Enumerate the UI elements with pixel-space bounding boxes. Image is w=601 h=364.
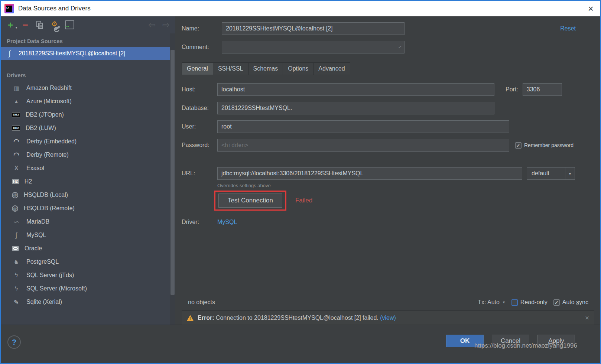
object-statusbar: no objects Tx: Auto ▼ Read-only Auto s xyxy=(182,294,594,311)
scrollbar-thumb[interactable] xyxy=(170,50,175,295)
driver-item-hsqldb-remote[interactable]: @ HSQLDB (Remote) xyxy=(1,202,170,215)
apply-button[interactable]: Apply xyxy=(537,335,575,347)
driver-item-amazon-redshift[interactable]: ▥ Amazon Redshift xyxy=(1,81,170,95)
reset-link[interactable]: Reset xyxy=(560,25,576,32)
duplicate-datasource-button[interactable] xyxy=(36,20,45,30)
driver-item-hsqldb-local[interactable]: @ HSQLDB (Local) xyxy=(1,188,170,202)
tab-advanced[interactable]: Advanced xyxy=(313,62,350,75)
tx-mode-value: Tx: Auto xyxy=(478,299,500,306)
mariadb-icon: ∽ xyxy=(12,217,21,226)
warning-icon xyxy=(187,315,194,321)
hsqldb-icon: @ xyxy=(12,192,18,198)
window-close-button[interactable]: × xyxy=(588,4,594,13)
url-preset-dropdown[interactable]: default ▼ xyxy=(527,167,575,180)
list-divider xyxy=(7,66,166,66)
hsqldb-icon: @ xyxy=(12,205,18,212)
user-label: User: xyxy=(182,123,217,130)
settings-panel: Reset Name: Comment: ↕ General SSH/SSL xyxy=(175,16,600,325)
datasource-item-selected[interactable]: ʃ 20181229SSHtestMYSQL@localhost [2] xyxy=(1,47,170,60)
tx-mode-dropdown[interactable]: Tx: Auto ▼ xyxy=(478,299,506,306)
remember-password-label: Remember password xyxy=(524,142,574,148)
dialog-body: + ▾ − ⚙ → ⇦ ⇨ xyxy=(1,16,600,325)
titlebar: Data Sources and Drivers × xyxy=(1,1,600,16)
ok-button[interactable]: OK xyxy=(446,335,484,347)
help-button[interactable]: ? xyxy=(7,335,21,349)
url-preset-value: default xyxy=(527,170,565,177)
dialog-title: Data Sources and Drivers xyxy=(18,5,91,12)
redshift-icon: ▥ xyxy=(12,85,21,92)
dialog-footer: ? OK Cancel Apply https://blog.csdn.net/… xyxy=(1,325,600,363)
project-data-sources-header: Project Data Sources xyxy=(1,33,170,47)
driver-item-exasol[interactable]: X Exasol xyxy=(1,162,170,175)
tab-ssh-ssl[interactable]: SSH/SSL xyxy=(213,62,248,75)
driver-item-sql-server-microsoft[interactable]: ϟ SQL Server (Microsoft) xyxy=(1,282,170,295)
postgresql-icon: ♞ xyxy=(12,259,21,266)
import-datasource-button[interactable]: → xyxy=(65,20,74,29)
sqlserver-icon: ϟ xyxy=(12,272,21,279)
no-objects-text: no objects xyxy=(188,299,215,306)
driver-item-sqlite-xerial[interactable]: ✎ Sqlite (Xerial) xyxy=(1,295,170,309)
chevron-down-icon: ▾ xyxy=(16,26,17,29)
datasource-label: 20181229SSHtestMYSQL@localhost [2] xyxy=(19,50,126,57)
db2-icon: DB2 xyxy=(12,112,20,117)
database-label: Database: xyxy=(182,105,217,111)
sidebar-scrollbar[interactable] xyxy=(170,33,175,325)
port-input[interactable] xyxy=(523,83,562,96)
driver-item-h2[interactable]: H2 H2 xyxy=(1,175,170,188)
driver-item-sql-server-jtds[interactable]: ϟ SQL Server (jTds) xyxy=(1,269,170,282)
name-input[interactable] xyxy=(222,22,405,35)
view-error-link[interactable]: (view) xyxy=(380,315,396,321)
driver-link[interactable]: MySQL xyxy=(217,219,237,225)
driver-item-db2-luw[interactable]: DB2 DB2 (LUW) xyxy=(1,121,170,135)
back-arrow-icon[interactable]: ⇦ xyxy=(148,20,156,30)
mysql-icon: ʃ xyxy=(5,49,14,58)
add-datasource-button[interactable]: + ▾ xyxy=(6,20,15,30)
read-only-label: Read-only xyxy=(520,299,548,306)
port-label: Port: xyxy=(506,86,518,93)
driver-item-mariadb[interactable]: ∽ MariaDB xyxy=(1,215,170,228)
password-label: Password: xyxy=(182,142,217,149)
host-input[interactable] xyxy=(217,83,494,96)
chevron-down-icon: ▼ xyxy=(502,300,506,304)
test-connection-button[interactable]: Test Connection xyxy=(218,194,282,208)
drivers-list: ▥ Amazon Redshift ▲ Azure (Microsoft) DB… xyxy=(1,81,170,309)
driver-item-azure-microsoft[interactable]: ▲ Azure (Microsoft) xyxy=(1,95,170,108)
read-only-checkbox[interactable] xyxy=(511,299,518,306)
url-input[interactable] xyxy=(217,167,522,180)
error-message: Error: Connection to 20181229SSHtestMYSQ… xyxy=(198,315,396,321)
driver-label: Driver: xyxy=(182,219,217,225)
intellij-logo-icon xyxy=(4,4,14,13)
driver-item-derby-embedded[interactable]: ◠ Derby (Embedded) xyxy=(1,135,170,148)
chevron-down-icon: ▼ xyxy=(565,168,575,179)
tab-options[interactable]: Options xyxy=(283,62,313,75)
db2-icon: DB2 xyxy=(12,126,20,131)
driver-item-oracle[interactable]: Oracle xyxy=(1,242,170,255)
plus-icon: + xyxy=(8,20,13,30)
comment-input[interactable] xyxy=(222,41,405,53)
remember-password-checkbox[interactable] xyxy=(515,142,522,149)
password-input[interactable] xyxy=(217,139,509,152)
tab-general[interactable]: General xyxy=(182,62,213,75)
driver-settings-button[interactable]: ⚙ xyxy=(51,20,59,30)
host-label: Host: xyxy=(182,86,217,93)
sqlserver-icon: ϟ xyxy=(12,285,21,292)
azure-icon: ▲ xyxy=(12,98,21,104)
h2-icon: H2 xyxy=(12,179,19,184)
remove-datasource-button[interactable]: − xyxy=(21,20,30,30)
driver-item-mysql[interactable]: ʃ MySQL xyxy=(1,228,170,242)
database-input[interactable] xyxy=(217,102,494,114)
auto-sync-label: Auto sync xyxy=(562,299,588,306)
drivers-header: Drivers xyxy=(1,68,170,81)
forward-arrow-icon[interactable]: ⇨ xyxy=(162,20,170,30)
tab-schemas[interactable]: Schemas xyxy=(248,62,283,75)
cancel-button[interactable]: Cancel xyxy=(492,335,529,347)
red-highlight-annotation: Test Connection xyxy=(214,191,286,211)
sidebar: + ▾ − ⚙ → ⇦ ⇨ xyxy=(1,16,175,325)
user-input[interactable] xyxy=(217,120,509,133)
derby-icon: ◠ xyxy=(12,137,21,146)
dismiss-error-icon[interactable]: × xyxy=(585,314,589,322)
driver-item-postgresql[interactable]: ♞ PostgreSQL xyxy=(1,255,170,269)
auto-sync-checkbox[interactable] xyxy=(553,299,560,306)
driver-item-derby-remote[interactable]: ◠ Derby (Remote) xyxy=(1,148,170,162)
driver-item-db2-jtopen[interactable]: DB2 DB2 (JTOpen) xyxy=(1,108,170,121)
